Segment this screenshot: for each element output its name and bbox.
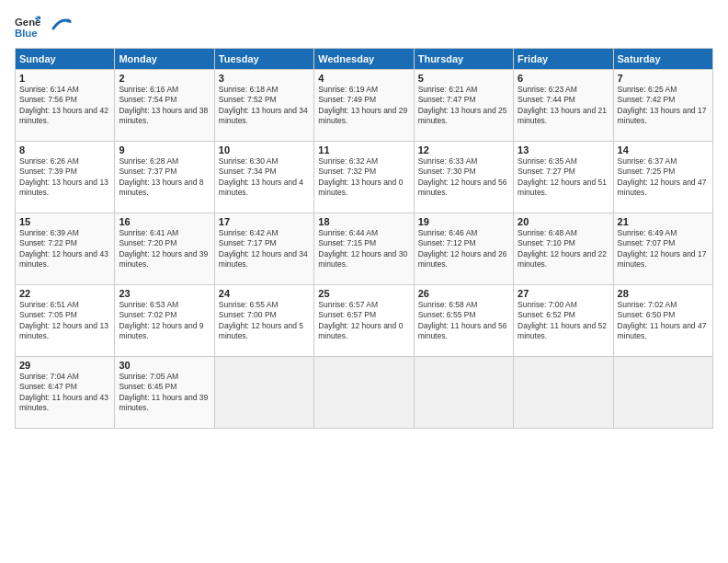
calendar-day-cell: 12Sunrise: 6:33 AMSunset: 7:30 PMDayligh… <box>414 142 513 213</box>
day-number: 26 <box>418 288 509 299</box>
day-info: Sunrise: 6:44 AMSunset: 7:15 PMDaylight:… <box>318 228 409 270</box>
day-number: 22 <box>19 288 110 299</box>
day-info: Sunrise: 7:02 AMSunset: 6:50 PMDaylight:… <box>618 300 709 342</box>
day-number: 28 <box>618 288 709 299</box>
day-header-thursday: Thursday <box>414 49 513 70</box>
calendar-week-row: 1Sunrise: 6:14 AMSunset: 7:56 PMDaylight… <box>16 70 713 142</box>
day-info: Sunrise: 7:00 AMSunset: 6:52 PMDaylight:… <box>518 300 609 342</box>
day-number: 1 <box>19 73 110 84</box>
day-number: 2 <box>119 73 210 84</box>
calendar-day-cell: 10Sunrise: 6:30 AMSunset: 7:34 PMDayligh… <box>214 142 313 213</box>
day-info: Sunrise: 6:23 AMSunset: 7:44 PMDaylight:… <box>518 85 609 127</box>
day-number: 30 <box>119 360 210 371</box>
day-number: 29 <box>19 360 110 371</box>
logo-icon: General Blue <box>15 15 40 40</box>
calendar-day-cell: 13Sunrise: 6:35 AMSunset: 7:27 PMDayligh… <box>514 142 613 213</box>
day-info: Sunrise: 6:28 AMSunset: 7:37 PMDaylight:… <box>119 156 210 199</box>
day-number: 20 <box>518 216 609 227</box>
calendar-day-cell: 5Sunrise: 6:21 AMSunset: 7:47 PMDaylight… <box>414 70 513 142</box>
day-number: 11 <box>318 144 409 155</box>
day-info: Sunrise: 6:37 AMSunset: 7:25 PMDaylight:… <box>618 156 709 199</box>
day-info: Sunrise: 6:55 AMSunset: 7:00 PMDaylight:… <box>219 300 310 342</box>
day-info: Sunrise: 6:32 AMSunset: 7:32 PMDaylight:… <box>318 156 409 199</box>
calendar-day-cell: 18Sunrise: 6:44 AMSunset: 7:15 PMDayligh… <box>314 213 414 285</box>
day-info: Sunrise: 6:46 AMSunset: 7:12 PMDaylight:… <box>418 228 509 270</box>
day-number: 15 <box>19 216 110 227</box>
calendar-week-row: 15Sunrise: 6:39 AMSunset: 7:22 PMDayligh… <box>16 213 713 285</box>
calendar-day-cell: 20Sunrise: 6:48 AMSunset: 7:10 PMDayligh… <box>514 213 613 285</box>
calendar-day-cell: 2Sunrise: 6:16 AMSunset: 7:54 PMDaylight… <box>115 70 214 142</box>
day-number: 24 <box>219 288 310 299</box>
calendar-day-cell: 21Sunrise: 6:49 AMSunset: 7:07 PMDayligh… <box>613 213 712 285</box>
calendar-day-cell <box>414 357 513 429</box>
day-number: 5 <box>418 73 509 84</box>
day-number: 13 <box>518 144 609 155</box>
day-header-wednesday: Wednesday <box>314 49 414 70</box>
calendar-day-cell: 3Sunrise: 6:18 AMSunset: 7:52 PMDaylight… <box>214 70 313 142</box>
calendar-day-cell: 14Sunrise: 6:37 AMSunset: 7:25 PMDayligh… <box>613 142 712 213</box>
calendar-day-cell: 4Sunrise: 6:19 AMSunset: 7:49 PMDaylight… <box>314 70 414 142</box>
calendar-day-cell: 9Sunrise: 6:28 AMSunset: 7:37 PMDaylight… <box>115 142 214 213</box>
day-number: 27 <box>518 288 609 299</box>
day-header-saturday: Saturday <box>613 49 712 70</box>
day-number: 16 <box>119 216 210 227</box>
day-number: 23 <box>119 288 210 299</box>
calendar-day-cell <box>314 357 414 429</box>
day-info: Sunrise: 6:48 AMSunset: 7:10 PMDaylight:… <box>518 228 609 270</box>
calendar-body: 1Sunrise: 6:14 AMSunset: 7:56 PMDaylight… <box>16 70 713 429</box>
day-number: 14 <box>618 144 709 155</box>
calendar-week-row: 8Sunrise: 6:26 AMSunset: 7:39 PMDaylight… <box>16 142 713 213</box>
logo: General Blue <box>15 15 72 40</box>
calendar-table: SundayMondayTuesdayWednesdayThursdayFrid… <box>15 48 713 429</box>
day-info: Sunrise: 6:57 AMSunset: 6:57 PMDaylight:… <box>318 300 409 342</box>
calendar-day-cell: 7Sunrise: 6:25 AMSunset: 7:42 PMDaylight… <box>613 70 712 142</box>
day-info: Sunrise: 6:51 AMSunset: 7:05 PMDaylight:… <box>19 300 110 342</box>
day-number: 19 <box>418 216 509 227</box>
calendar-day-cell: 23Sunrise: 6:53 AMSunset: 7:02 PMDayligh… <box>115 285 214 357</box>
day-info: Sunrise: 6:39 AMSunset: 7:22 PMDaylight:… <box>19 228 110 270</box>
day-number: 3 <box>219 73 310 84</box>
calendar-day-cell: 29Sunrise: 7:04 AMSunset: 6:47 PMDayligh… <box>16 357 115 429</box>
calendar-day-cell: 17Sunrise: 6:42 AMSunset: 7:17 PMDayligh… <box>214 213 313 285</box>
calendar-day-cell: 1Sunrise: 6:14 AMSunset: 7:56 PMDaylight… <box>16 70 115 142</box>
day-info: Sunrise: 6:21 AMSunset: 7:47 PMDaylight:… <box>418 85 509 127</box>
day-number: 25 <box>318 288 409 299</box>
calendar-day-cell: 27Sunrise: 7:00 AMSunset: 6:52 PMDayligh… <box>514 285 613 357</box>
calendar-week-row: 29Sunrise: 7:04 AMSunset: 6:47 PMDayligh… <box>16 357 713 429</box>
calendar-week-row: 22Sunrise: 6:51 AMSunset: 7:05 PMDayligh… <box>16 285 713 357</box>
day-info: Sunrise: 6:19 AMSunset: 7:49 PMDaylight:… <box>318 85 409 127</box>
day-info: Sunrise: 6:18 AMSunset: 7:52 PMDaylight:… <box>219 85 310 127</box>
day-info: Sunrise: 6:49 AMSunset: 7:07 PMDaylight:… <box>618 228 709 270</box>
calendar-day-cell <box>214 357 313 429</box>
day-info: Sunrise: 6:35 AMSunset: 7:27 PMDaylight:… <box>518 156 609 199</box>
calendar-day-cell: 15Sunrise: 6:39 AMSunset: 7:22 PMDayligh… <box>16 213 115 285</box>
day-info: Sunrise: 6:58 AMSunset: 6:55 PMDaylight:… <box>418 300 509 342</box>
calendar-day-cell: 24Sunrise: 6:55 AMSunset: 7:00 PMDayligh… <box>214 285 313 357</box>
day-number: 17 <box>219 216 310 227</box>
header: General Blue <box>15 15 713 40</box>
day-number: 21 <box>618 216 709 227</box>
calendar-header-row: SundayMondayTuesdayWednesdayThursdayFrid… <box>16 49 713 70</box>
calendar-page: General Blue SundayMondayTuesdayWe <box>0 0 728 563</box>
day-number: 12 <box>418 144 509 155</box>
calendar-day-cell: 28Sunrise: 7:02 AMSunset: 6:50 PMDayligh… <box>613 285 712 357</box>
day-info: Sunrise: 6:41 AMSunset: 7:20 PMDaylight:… <box>119 228 210 270</box>
day-number: 7 <box>618 73 709 84</box>
calendar-day-cell: 26Sunrise: 6:58 AMSunset: 6:55 PMDayligh… <box>414 285 513 357</box>
calendar-day-cell: 16Sunrise: 6:41 AMSunset: 7:20 PMDayligh… <box>115 213 214 285</box>
day-info: Sunrise: 6:14 AMSunset: 7:56 PMDaylight:… <box>19 85 110 127</box>
day-info: Sunrise: 6:53 AMSunset: 7:02 PMDaylight:… <box>119 300 210 342</box>
day-info: Sunrise: 6:33 AMSunset: 7:30 PMDaylight:… <box>418 156 509 199</box>
calendar-day-cell: 8Sunrise: 6:26 AMSunset: 7:39 PMDaylight… <box>16 142 115 213</box>
calendar-day-cell: 25Sunrise: 6:57 AMSunset: 6:57 PMDayligh… <box>314 285 414 357</box>
day-header-sunday: Sunday <box>16 49 115 70</box>
calendar-day-cell: 19Sunrise: 6:46 AMSunset: 7:12 PMDayligh… <box>414 213 513 285</box>
logo-swoosh-icon <box>51 16 72 32</box>
day-info: Sunrise: 6:42 AMSunset: 7:17 PMDaylight:… <box>219 228 310 270</box>
day-info: Sunrise: 6:25 AMSunset: 7:42 PMDaylight:… <box>618 85 709 127</box>
calendar-day-cell: 22Sunrise: 6:51 AMSunset: 7:05 PMDayligh… <box>16 285 115 357</box>
calendar-day-cell <box>514 357 613 429</box>
calendar-day-cell: 30Sunrise: 7:05 AMSunset: 6:45 PMDayligh… <box>115 357 214 429</box>
day-header-friday: Friday <box>514 49 613 70</box>
calendar-day-cell: 6Sunrise: 6:23 AMSunset: 7:44 PMDaylight… <box>514 70 613 142</box>
